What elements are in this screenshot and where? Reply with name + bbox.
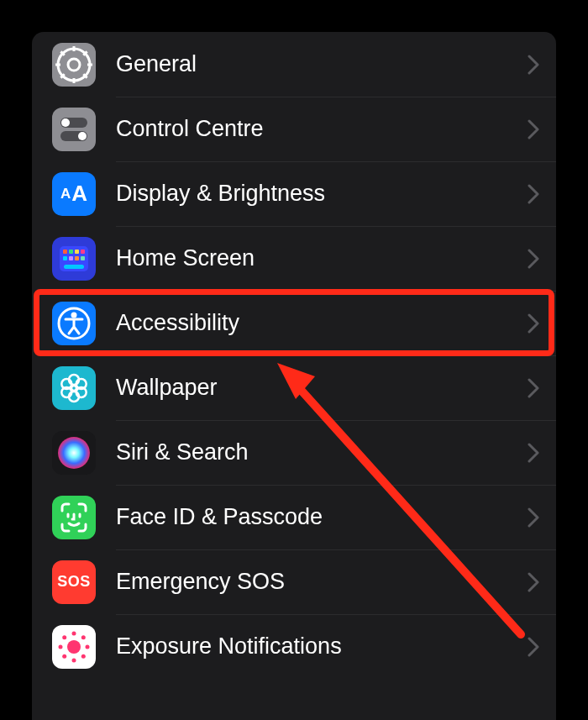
svg-rect-18 <box>81 250 85 254</box>
display-brightness-icon: AA <box>52 172 96 216</box>
settings-row-label: Wallpaper <box>116 375 528 401</box>
settings-row-control-centre[interactable]: Control Centre <box>32 97 556 161</box>
chevron-right-icon <box>528 313 539 334</box>
settings-row-label: General <box>116 51 528 77</box>
svg-point-25 <box>71 312 77 318</box>
home-screen-icon <box>52 237 96 281</box>
svg-point-41 <box>62 635 66 639</box>
settings-row-label: Home Screen <box>116 245 528 271</box>
svg-rect-23 <box>64 265 84 269</box>
exposure-notifications-icon <box>52 625 96 669</box>
settings-row-label: Siri & Search <box>116 439 528 465</box>
svg-rect-21 <box>75 256 79 260</box>
svg-rect-15 <box>63 250 67 254</box>
chevron-right-icon <box>528 55 539 75</box>
chevron-right-icon <box>528 378 539 398</box>
settings-row-siri-search[interactable]: Siri & Search <box>32 420 556 485</box>
settings-row-display-brightness[interactable]: AA Display & Brightness <box>32 161 556 226</box>
svg-rect-22 <box>81 256 85 260</box>
settings-row-exposure-notifications[interactable]: Exposure Notifications <box>32 614 556 679</box>
chevron-right-icon <box>528 249 539 269</box>
svg-point-43 <box>62 654 66 658</box>
svg-point-42 <box>81 635 86 639</box>
svg-point-40 <box>86 644 90 649</box>
chevron-right-icon <box>528 507 539 528</box>
chevron-right-icon <box>528 572 539 592</box>
siri-icon <box>52 431 96 475</box>
settings-row-label: Face ID & Passcode <box>116 504 528 530</box>
face-id-icon <box>52 496 96 539</box>
svg-rect-17 <box>75 250 79 254</box>
accessibility-icon <box>52 302 96 345</box>
svg-rect-16 <box>69 250 73 254</box>
settings-row-label: Exposure Notifications <box>116 633 528 660</box>
chevron-right-icon <box>528 184 539 204</box>
settings-list: General Control Centre AA Display & Brig… <box>32 32 556 720</box>
svg-point-36 <box>67 640 81 654</box>
settings-row-label: Emergency SOS <box>116 569 528 595</box>
svg-point-38 <box>72 658 76 662</box>
svg-point-1 <box>68 59 80 71</box>
settings-row-label: Control Centre <box>116 116 528 142</box>
settings-row-general[interactable]: General <box>32 32 556 97</box>
settings-row-wallpaper[interactable]: Wallpaper <box>32 355 556 420</box>
settings-row-accessibility[interactable]: Accessibility <box>32 291 556 355</box>
svg-point-33 <box>58 437 90 469</box>
chevron-right-icon <box>528 443 539 463</box>
wallpaper-icon <box>52 366 96 410</box>
svg-point-11 <box>61 118 70 127</box>
settings-row-label: Accessibility <box>116 310 528 336</box>
gear-icon <box>52 43 96 87</box>
svg-point-32 <box>71 386 76 391</box>
svg-rect-20 <box>69 256 73 260</box>
settings-row-home-screen[interactable]: Home Screen <box>32 226 556 291</box>
emergency-sos-icon: SOS <box>52 560 96 604</box>
svg-point-39 <box>59 644 63 649</box>
svg-rect-19 <box>63 256 67 260</box>
settings-row-label: Display & Brightness <box>116 181 528 207</box>
svg-point-37 <box>72 631 76 635</box>
chevron-right-icon <box>528 637 539 657</box>
svg-point-13 <box>78 132 87 140</box>
settings-row-emergency-sos[interactable]: SOS Emergency SOS <box>32 549 556 614</box>
chevron-right-icon <box>528 119 539 139</box>
settings-row-face-id-passcode[interactable]: Face ID & Passcode <box>32 485 556 549</box>
svg-point-44 <box>81 654 86 658</box>
control-centre-icon <box>52 108 96 151</box>
